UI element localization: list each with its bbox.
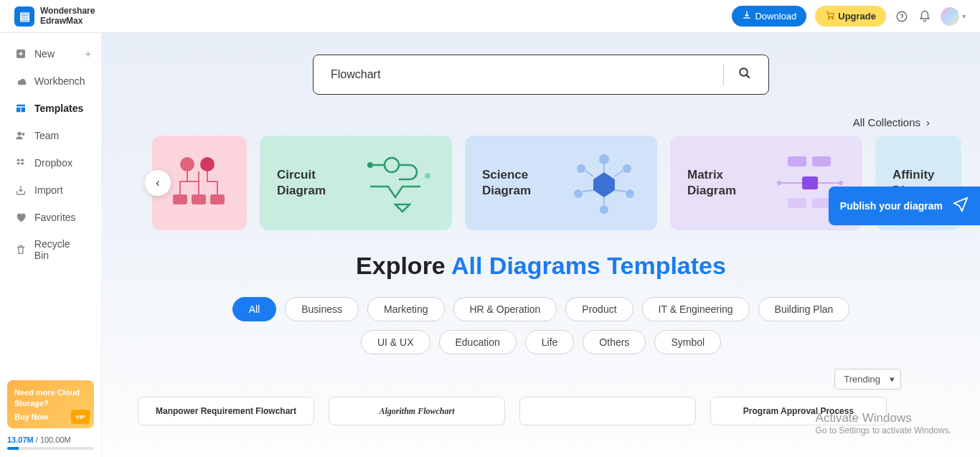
all-collections-label: All Collections (853, 116, 920, 128)
section-heading: Explore All Diagrams Templates (131, 252, 951, 280)
all-collections-link[interactable]: All Collections › (131, 116, 951, 128)
svg-point-16 (425, 173, 430, 179)
sidebar-item-favorites[interactable]: Favorites (0, 204, 101, 231)
category-card-science[interactable]: Science Diagram (465, 136, 657, 230)
help-icon[interactable] (895, 9, 909, 24)
trash-icon (14, 243, 27, 256)
topbar: ▤ Wondershare EdrawMax Download Upgrade … (0, 0, 980, 33)
chip-others[interactable]: Others (583, 330, 646, 354)
org-chart-icon (164, 151, 235, 215)
search-box (313, 55, 769, 95)
chip-all[interactable]: All (232, 297, 277, 321)
svg-point-7 (17, 132, 21, 136)
sidebar-item-recycle[interactable]: Recycle Bin (0, 231, 101, 268)
template-icon (14, 102, 27, 115)
dropbox-icon (14, 156, 27, 169)
sidebar-item-templates[interactable]: Templates (0, 95, 101, 122)
chip-hr[interactable]: HR & Operation (453, 297, 557, 321)
svg-rect-14 (210, 194, 225, 204)
sidebar-item-label: Team (34, 130, 59, 141)
bell-icon[interactable] (918, 9, 932, 24)
storage-sep: / (34, 435, 40, 444)
sort-label: Trending (844, 374, 880, 385)
sidebar-item-label: New (34, 48, 55, 60)
svg-point-30 (839, 181, 843, 185)
user-menu[interactable]: ▾ (941, 7, 966, 26)
heading-highlight: All Diagrams Templates (451, 252, 726, 279)
sidebar-item-workbench[interactable]: Workbench (0, 67, 101, 95)
cloud-icon (14, 75, 27, 88)
sidebar-item-import[interactable]: Import (0, 176, 101, 204)
svg-rect-27 (788, 198, 806, 208)
cloud-storage-promo[interactable]: Need more Cloud Storage? Buy Now VIP (7, 380, 94, 428)
svg-rect-26 (802, 176, 818, 189)
template-card[interactable]: Program Approval Process (710, 397, 887, 425)
svg-point-1 (832, 18, 834, 19)
carousel-prev-button[interactable]: ‹ (145, 170, 171, 196)
search-divider (723, 64, 724, 85)
chip-marketing[interactable]: Marketing (367, 297, 444, 321)
sidebar-item-label: Workbench (34, 75, 85, 87)
download-button[interactable]: Download (732, 6, 806, 27)
sidebar-item-team[interactable]: Team (0, 122, 101, 149)
svg-point-19 (623, 164, 631, 173)
svg-marker-17 (593, 172, 615, 197)
chevron-down-icon: ▾ (962, 12, 966, 20)
sidebar-item-new[interactable]: New + (0, 40, 101, 67)
brand-line2: EdrawMax (40, 17, 95, 26)
chip-life[interactable]: Life (525, 330, 575, 354)
sidebar-item-label: Recycle Bin (34, 238, 87, 261)
upgrade-button[interactable]: Upgrade (815, 6, 886, 27)
brand[interactable]: ▤ Wondershare EdrawMax (14, 6, 95, 27)
cart-icon (825, 10, 835, 22)
svg-point-15 (367, 162, 373, 168)
sort-select[interactable]: Trending ▾ (834, 369, 901, 390)
template-card[interactable]: Algorithm Flowchart (329, 397, 505, 425)
chip-product[interactable]: Product (565, 297, 633, 321)
svg-point-29 (777, 181, 781, 185)
sidebar-item-label: Import (34, 184, 63, 196)
chip-building[interactable]: Building Plan (758, 297, 850, 321)
sidebar: New + Workbench Templates Team Dropbox I… (0, 33, 102, 457)
svg-rect-6 (22, 108, 25, 113)
layout: New + Workbench Templates Team Dropbox I… (0, 33, 980, 457)
download-label: Download (755, 11, 796, 22)
search-input[interactable] (331, 68, 709, 81)
sort-row: Trending ▾ (131, 369, 951, 390)
chip-uiux[interactable]: UI & UX (361, 330, 430, 354)
card-label: Science Diagram (482, 167, 557, 199)
search-button[interactable] (738, 67, 751, 83)
svg-point-18 (599, 154, 609, 164)
storage-meter: 13.07M / 100.00M (7, 435, 94, 450)
storage-total: 100.00M (40, 435, 71, 444)
plus-icon[interactable]: + (85, 48, 91, 60)
svg-point-9 (740, 68, 748, 76)
brand-logo-icon: ▤ (14, 6, 34, 27)
publish-diagram-button[interactable]: Publish your diagram (829, 187, 980, 225)
card-label: Matrix Diagram (687, 167, 762, 199)
chip-it[interactable]: IT & Engineering (642, 297, 750, 321)
sidebar-item-dropbox[interactable]: Dropbox (0, 149, 101, 176)
svg-rect-25 (812, 156, 831, 166)
template-card[interactable] (519, 397, 696, 425)
chip-symbol[interactable]: Symbol (654, 330, 721, 354)
avatar-icon (941, 7, 959, 26)
svg-point-0 (829, 18, 830, 19)
template-card[interactable]: Manpower Requirement Flowchart (138, 397, 314, 425)
svg-point-21 (600, 205, 608, 214)
chip-education[interactable]: Education (439, 330, 517, 354)
promo-title: Need more Cloud Storage? (14, 387, 87, 408)
svg-rect-13 (192, 194, 206, 204)
team-icon (14, 129, 27, 142)
card-label: Circuit Diagram (277, 167, 352, 199)
send-icon (953, 197, 969, 215)
chevron-left-icon: ‹ (156, 176, 159, 189)
heading-text: Explore (356, 252, 451, 279)
topbar-right: Download Upgrade ▾ (732, 6, 966, 27)
search-wrap (131, 55, 951, 95)
svg-point-2 (897, 11, 907, 22)
category-card-circuit[interactable]: Circuit Diagram (260, 136, 452, 230)
chip-business[interactable]: Business (285, 297, 359, 321)
sidebar-item-label: Dropbox (34, 157, 72, 169)
import-icon (14, 184, 27, 197)
